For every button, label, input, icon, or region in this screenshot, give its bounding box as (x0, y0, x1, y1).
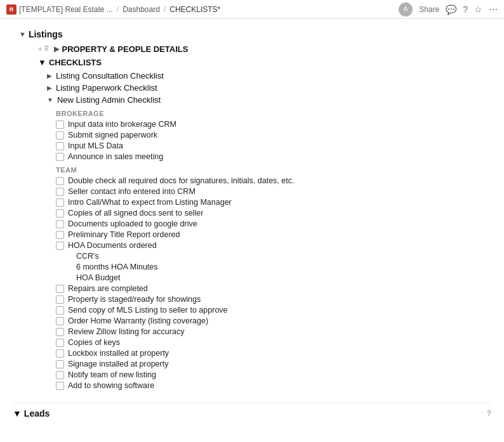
checklist-item-label: Notify team of new listing (68, 370, 156, 379)
checklist-item: Seller contact info entered into CRM (56, 187, 491, 196)
checklist-item: Copies of keys (56, 338, 491, 347)
checklist-item-label: Signage installed at property (68, 360, 168, 368)
topbar-actions: A Share 💬 ? ☆ ⋯ (399, 3, 498, 16)
checklist-item-label: Copies of keys (68, 338, 120, 347)
checkbox-t7[interactable] (56, 242, 64, 250)
checklist-item: Lockbox installed at property (56, 349, 491, 358)
breadcrumb-area: R [TEMPLATE] Real Estate ... / Dashboard… (6, 4, 220, 15)
checkbox-t12[interactable] (56, 328, 64, 336)
checklist-item: Documents uploaded to google drive (56, 219, 491, 228)
checklist-item: Input MLS Data (56, 141, 491, 150)
more-icon[interactable]: ⋯ (489, 4, 498, 15)
checklist-item-label: Order Home Warranty (listing coverage) (68, 316, 208, 325)
listing-paperwork-toggle[interactable]: ▶ (47, 84, 52, 91)
checklist-item: Review Zillow listing for accuracy (56, 327, 491, 336)
checklist-item-label: Documents uploaded to google drive (68, 219, 197, 228)
checklist-item-label: HOA Documents ordered (68, 241, 157, 250)
checklist-group: ▶ Listing Consultation Checklist ▶ Listi… (47, 71, 491, 390)
checklist-item-label: Announce in sales meeting (68, 152, 163, 161)
help-icon[interactable]: ? (463, 4, 468, 15)
listing-paperwork-item[interactable]: ▶ Listing Paperwork Checklist (47, 83, 491, 93)
listing-consultation-label: Listing Consultation Checklist (56, 71, 164, 81)
share-button[interactable]: Share (419, 5, 439, 14)
leads-heading: ▼ Leads ? (13, 408, 491, 419)
new-listing-admin-toggle[interactable]: ▼ (47, 96, 53, 103)
checkbox-t3[interactable] (56, 198, 64, 207)
checklist-item-label: Input data into brokerage CRM (68, 120, 176, 129)
star-icon[interactable]: ☆ (474, 4, 482, 15)
checklist-item-label: Double check all required docs for signa… (68, 176, 294, 185)
brokerage-group: BROKERAGE Input data into brokerage CRM … (56, 110, 491, 390)
new-listing-admin-label: New Listing Admin Checklist (57, 95, 161, 105)
checkbox-b1[interactable] (56, 120, 64, 129)
checklist-item: Send copy of MLS Listing to seller to ap… (56, 306, 491, 315)
topbar: R [TEMPLATE] Real Estate ... / Dashboard… (0, 0, 504, 19)
checklist-item: Repairs are completed (56, 284, 491, 293)
app-logo: R (6, 4, 17, 15)
sub-checklist-item-label: CCR's (76, 252, 99, 261)
checkbox-t16[interactable] (56, 371, 64, 379)
checklist-item-label: Intro Call/What to expect from Listing M… (68, 198, 232, 207)
breadcrumb-item-1[interactable]: [TEMPLATE] Real Estate ... (19, 5, 113, 14)
checklist-item-label: Add to showing software (68, 381, 154, 390)
listing-paperwork-label: Listing Paperwork Checklist (56, 83, 157, 93)
checkbox-t4[interactable] (56, 209, 64, 218)
checkbox-t17[interactable] (56, 382, 64, 390)
leads-section: ▼ Leads ? (13, 403, 491, 419)
checklist-item: Order Home Warranty (listing coverage) (56, 316, 491, 325)
breadcrumb-item-3: CHECKLISTS* (169, 5, 220, 14)
checkbox-b2[interactable] (56, 131, 64, 140)
listing-consultation-item[interactable]: ▶ Listing Consultation Checklist (47, 71, 491, 81)
checkbox-t11[interactable] (56, 317, 64, 325)
breadcrumb-sep-1: / (117, 5, 119, 14)
checklist-item: HOA Documents ordered (56, 241, 491, 250)
checkbox-b4[interactable] (56, 153, 64, 161)
checkbox-t8[interactable] (56, 285, 64, 293)
sub-checklist-item: HOA Budget (72, 273, 491, 282)
checklist-item-label: Preliminary Title Report ordered (68, 230, 180, 239)
new-listing-admin-section: ▼ New Listing Admin Checklist BROKERAGE … (47, 95, 491, 390)
listings-section-heading: ▼ Listings (19, 29, 491, 39)
checklists-label: CHECKLISTS (49, 58, 102, 67)
checkbox-t13[interactable] (56, 339, 64, 347)
checklist-item: Double check all required docs for signa… (56, 176, 491, 185)
checklist-item: Notify team of new listing (56, 370, 491, 379)
breadcrumb-item-2[interactable]: Dashboard (123, 5, 160, 14)
checklist-item-label: Review Zillow listing for accuracy (68, 327, 184, 336)
checkbox-t6[interactable] (56, 231, 64, 239)
comment-icon[interactable]: 💬 (446, 4, 456, 15)
checklists-section: ▼ CHECKLISTS ▶ Listing Consultation Chec… (38, 58, 491, 390)
team-group-label: TEAM (56, 166, 491, 174)
property-details-row: + ⠿ ▶ PROPERTY & PEOPLE DETAILS (38, 44, 491, 54)
avatar: A (399, 3, 413, 16)
checklist-item: Announce in sales meeting (56, 152, 491, 161)
leads-label: Leads (24, 408, 50, 419)
new-listing-admin-item[interactable]: ▼ New Listing Admin Checklist (47, 95, 491, 105)
listing-consultation-toggle[interactable]: ▶ (47, 72, 52, 79)
checklist-item-label: Send copy of MLS Listing to seller to ap… (68, 306, 228, 315)
main-content: ▼ Listings + ⠿ ▶ PROPERTY & PEOPLE DETAI… (0, 29, 504, 431)
checklist-item-label: Input MLS Data (68, 141, 123, 150)
leads-help-icon[interactable]: ? (487, 409, 491, 418)
checklists-toggle[interactable]: ▼ (38, 58, 46, 67)
brokerage-group-label: BROKERAGE (56, 110, 491, 117)
listings-label: Listings (29, 29, 63, 39)
listings-toggle[interactable]: ▼ (19, 30, 26, 38)
sub-checklist-item: CCR's (72, 252, 491, 261)
checkbox-t10[interactable] (56, 306, 64, 315)
checkbox-t14[interactable] (56, 349, 64, 358)
checkbox-t15[interactable] (56, 360, 64, 368)
property-toggle[interactable]: ▶ (54, 45, 59, 53)
sub-checklist-item-label: 6 months HOA Minutes (76, 263, 158, 271)
checklists-heading: ▼ CHECKLISTS (38, 58, 491, 67)
checklist-item: Intro Call/What to expect from Listing M… (56, 198, 491, 207)
checkbox-t9[interactable] (56, 296, 64, 304)
checkbox-t1[interactable] (56, 177, 64, 185)
checkbox-t5[interactable] (56, 220, 64, 228)
leads-heading-left: ▼ Leads (13, 408, 50, 419)
checkbox-b3[interactable] (56, 142, 64, 150)
checkbox-t2[interactable] (56, 188, 64, 196)
checklist-item: Copies of all signed docs sent to seller (56, 209, 491, 218)
leads-toggle[interactable]: ▼ (13, 408, 22, 419)
checklist-item-label: Seller contact info entered into CRM (68, 187, 196, 196)
